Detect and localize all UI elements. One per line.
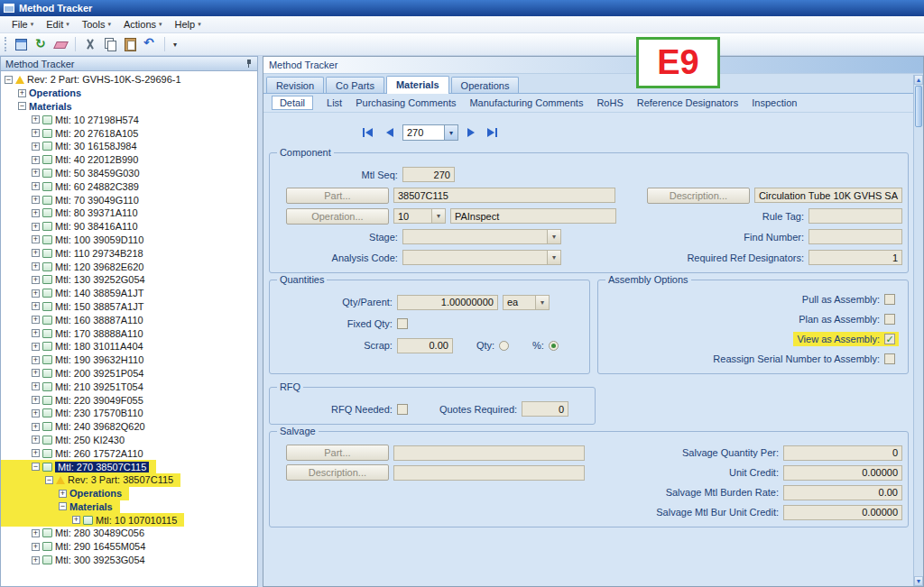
- refresh-button[interactable]: [32, 35, 50, 53]
- tree-item[interactable]: +Mtl: 60 24882C389: [1, 179, 146, 193]
- expand-icon[interactable]: +: [32, 249, 40, 257]
- expand-icon[interactable]: +: [32, 169, 40, 177]
- plan-as-assembly-checkbox[interactable]: [884, 314, 895, 325]
- expand-icon[interactable]: +: [32, 543, 40, 551]
- part-field[interactable]: 38507C115: [393, 188, 615, 203]
- tree-item[interactable]: +Mtl: 190 39632H110: [1, 353, 151, 367]
- tree-item-label[interactable]: Mtl: 30 16158J984: [55, 141, 137, 151]
- expand-icon[interactable]: +: [32, 369, 40, 377]
- stage-combo[interactable]: ▾: [402, 229, 561, 244]
- expand-icon[interactable]: +: [32, 196, 40, 204]
- part-button[interactable]: Part...: [286, 188, 389, 204]
- scroll-down-icon[interactable]: ▼: [914, 576, 923, 586]
- tree-item[interactable]: −Materials: [1, 500, 120, 514]
- scrollbar-thumb[interactable]: [915, 86, 922, 127]
- view-as-assembly-checkbox[interactable]: [884, 334, 895, 344]
- tree-item-label[interactable]: Materials: [29, 101, 72, 112]
- expand-icon[interactable]: +: [32, 409, 40, 417]
- tree-item[interactable]: +Operations: [1, 87, 88, 100]
- expand-icon[interactable]: +: [72, 516, 80, 524]
- tree-item-label[interactable]: Mtl: 270 38507C115: [55, 462, 149, 472]
- chevron-down-icon[interactable]: ▾: [444, 125, 457, 140]
- tree-item-label[interactable]: Mtl: 130 39252G054: [55, 274, 145, 285]
- tree-item[interactable]: +Mtl: 80 39371A110: [1, 206, 145, 220]
- tree-item-label[interactable]: Mtl: 250 KI2430: [55, 435, 125, 445]
- tree-item-label[interactable]: Mtl: 260 17572A110: [55, 448, 143, 459]
- expand-icon[interactable]: +: [32, 262, 40, 271]
- toolbar-grip[interactable]: [5, 37, 7, 51]
- tree-item-label[interactable]: Mtl: 110 29734B218: [55, 248, 143, 259]
- expand-icon[interactable]: +: [32, 182, 40, 190]
- find-number-field[interactable]: [808, 229, 902, 244]
- tree-item[interactable]: −Rev: 2 Part: GVHS-10K-S-29696-1: [1, 73, 189, 87]
- expand-icon[interactable]: +: [59, 490, 67, 498]
- tree-item[interactable]: +Mtl: 160 38887A110: [1, 313, 151, 326]
- unit-credit-field[interactable]: 0.00000: [783, 465, 902, 481]
- scrap-qty-radio[interactable]: [499, 341, 509, 351]
- tree-item[interactable]: +Mtl: 180 31011A404: [1, 340, 151, 353]
- mtl-seq-field[interactable]: 270: [402, 167, 455, 182]
- expand-icon[interactable]: +: [32, 449, 40, 457]
- tree-item-label[interactable]: Operations: [69, 488, 122, 499]
- tree-item[interactable]: +Mtl: 240 39682Q620: [1, 420, 152, 434]
- tree-item[interactable]: +Mtl: 70 39049G110: [1, 193, 146, 206]
- tree-item[interactable]: +Operations: [1, 487, 129, 500]
- expand-icon[interactable]: +: [32, 356, 40, 364]
- rfq-needed-checkbox[interactable]: [397, 404, 408, 415]
- subtab-purchasing-comments[interactable]: Purchasing Comments: [356, 97, 456, 108]
- tree-item[interactable]: +Mtl: 170 38888A110: [1, 326, 151, 340]
- tree-item-label[interactable]: Mtl: 300 39253G054: [55, 555, 145, 565]
- tree-item-label[interactable]: Mtl: 170 38888A110: [55, 328, 143, 339]
- expand-icon[interactable]: +: [32, 343, 40, 351]
- chevron-down-icon[interactable]: ▾: [535, 296, 549, 309]
- scrap-pct-radio[interactable]: [549, 341, 559, 351]
- chevron-down-icon[interactable]: ▾: [547, 251, 560, 264]
- collapse-icon[interactable]: −: [18, 102, 26, 110]
- scrap-field[interactable]: 0.00: [397, 338, 453, 353]
- expand-icon[interactable]: +: [32, 529, 40, 537]
- reassign-serial-number-to-assembly-checkbox[interactable]: [884, 353, 895, 364]
- tree-item-label[interactable]: Mtl: 160 38887A110: [55, 315, 143, 326]
- qty-parent-field[interactable]: 1.00000000: [397, 295, 498, 310]
- menu-edit[interactable]: Edit▾: [40, 17, 75, 32]
- tree-item[interactable]: +Mtl: 10 107010115: [1, 513, 184, 527]
- menu-actions[interactable]: Actions▾: [117, 17, 169, 32]
- operation-seq-combo[interactable]: 10 ▾: [393, 208, 446, 224]
- tree-item-label[interactable]: Mtl: 220 39049F055: [55, 395, 143, 406]
- tree-item[interactable]: +Mtl: 90 38416A110: [1, 220, 145, 234]
- tree-item[interactable]: +Mtl: 20 27618A105: [1, 126, 145, 140]
- tree-item-label[interactable]: Mtl: 20 27618A105: [55, 128, 138, 139]
- expand-icon[interactable]: +: [32, 556, 40, 564]
- expand-icon[interactable]: +: [32, 289, 40, 298]
- chevron-down-icon[interactable]: ▾: [431, 209, 445, 223]
- expand-icon[interactable]: +: [32, 316, 40, 324]
- tree-item[interactable]: +Mtl: 210 39251T054: [1, 380, 151, 393]
- tree-item[interactable]: +Mtl: 110 29734B218: [1, 246, 151, 260]
- expand-icon[interactable]: +: [32, 396, 40, 404]
- salvage-quantity-per-field[interactable]: 0: [783, 445, 902, 461]
- quotes-required-field[interactable]: 0: [522, 401, 568, 417]
- tree-item[interactable]: −Mtl: 270 38507C115: [1, 460, 156, 473]
- description-button[interactable]: Description...: [647, 188, 750, 204]
- tree-item-label[interactable]: Mtl: 60 24882C389: [55, 181, 139, 192]
- uom-combo[interactable]: ea ▾: [503, 295, 550, 310]
- previous-record-button[interactable]: [381, 124, 399, 141]
- tree-item-label[interactable]: Mtl: 200 39251P054: [55, 368, 143, 379]
- next-record-button[interactable]: [462, 124, 480, 141]
- expand-icon[interactable]: +: [32, 129, 40, 137]
- tree-item[interactable]: −Rev: 3 Part: 38507C115: [1, 473, 180, 487]
- salvage-description-field[interactable]: [393, 465, 585, 481]
- subtab-list[interactable]: List: [327, 97, 342, 108]
- vertical-scrollbar[interactable]: ▲ ▼: [913, 75, 923, 586]
- subtab-rohs[interactable]: RoHS: [596, 97, 623, 108]
- tree-item[interactable]: +Mtl: 200 39251P054: [1, 367, 151, 381]
- paste-button[interactable]: [121, 35, 139, 53]
- expand-icon[interactable]: +: [32, 115, 40, 124]
- tree-item[interactable]: +Mtl: 290 16455M054: [1, 540, 152, 554]
- required-ref-designators-field[interactable]: 1: [808, 250, 902, 265]
- expand-icon[interactable]: +: [32, 276, 40, 284]
- expand-icon[interactable]: +: [32, 382, 40, 390]
- subtab-detail[interactable]: Detail: [272, 96, 313, 110]
- tree-item[interactable]: +Mtl: 130 39252G054: [1, 273, 152, 287]
- tree-item-label[interactable]: Rev: 2 Part: GVHS-10K-S-29696-1: [27, 74, 181, 85]
